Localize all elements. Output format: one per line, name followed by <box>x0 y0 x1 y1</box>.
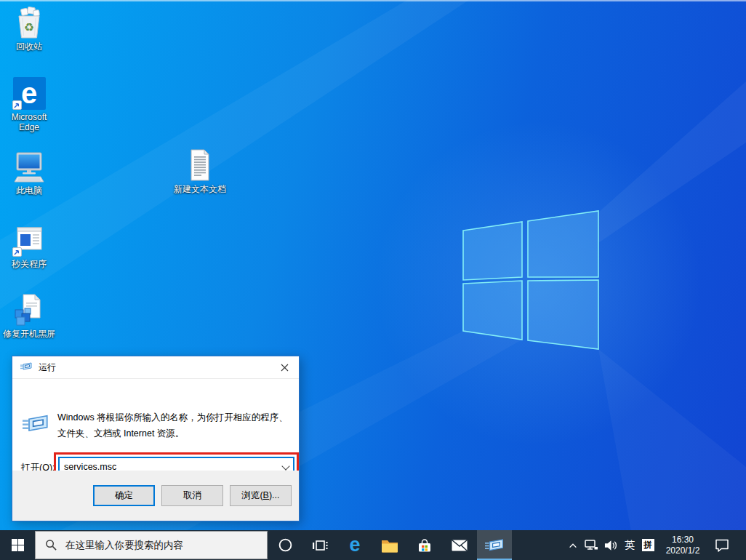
desktop-icon-microsoft-edge[interactable]: e Microsoft Edge <box>1 76 57 132</box>
desktop: ♻ 回收站 e Microsoft Edge <box>0 0 746 560</box>
shortcut-arrow-icon <box>12 100 22 110</box>
cancel-button[interactable]: 取消 <box>161 485 223 506</box>
run-dialog-body: Windows 将根据你所输入的名称，为你打开相应的程序、 文件夹、文档或 In… <box>12 379 299 468</box>
run-dialog-icon <box>20 361 32 375</box>
volume-button[interactable] <box>601 530 621 560</box>
microsoft-store-icon <box>417 537 433 553</box>
close-icon[interactable] <box>270 356 299 378</box>
desktop-icon-label: 新建文本文档 <box>174 184 226 194</box>
svg-text:♻: ♻ <box>24 21 34 33</box>
ethernet-network-icon <box>584 539 598 551</box>
search-input[interactable] <box>65 540 254 551</box>
run-icon <box>485 536 504 555</box>
desktop-icon-quick-close-app[interactable]: 秒关程序 <box>1 223 57 269</box>
browse-button[interactable]: 浏览(B)... <box>230 485 292 506</box>
action-center-button[interactable] <box>708 530 736 560</box>
clock[interactable]: 16:30 2020/1/2 <box>657 535 708 556</box>
desktop-icon-label: 秒关程序 <box>12 259 47 269</box>
wallpaper-glow <box>349 102 727 465</box>
this-pc-icon <box>12 149 47 184</box>
start-button[interactable] <box>0 530 35 560</box>
run-dialog-titlebar[interactable]: 运行 <box>12 356 299 379</box>
show-hidden-icons-button[interactable] <box>564 530 582 560</box>
chevron-up-icon <box>568 541 578 550</box>
text-document-icon <box>183 148 217 183</box>
desktop-icon-recycle-bin[interactable]: ♻ 回收站 <box>1 5 57 52</box>
run-dialog: 运行 Windows 将根据你所输入的名称，为你打开相应的程序、 文件夹、文档或… <box>12 356 300 521</box>
desktop-icon-label: 此电脑 <box>16 185 42 196</box>
pinyin-ime-icon: 拼 <box>642 539 654 551</box>
microsoft-edge-icon: e <box>12 76 47 111</box>
desktop-icon-label: Microsoft Edge <box>1 112 57 132</box>
run-dialog-description: Windows 将根据你所输入的名称，为你打开相应的程序、 文件夹、文档或 In… <box>57 409 294 441</box>
screen-top-edge <box>0 0 746 1</box>
search-icon <box>45 539 57 551</box>
clock-time: 16:30 <box>672 535 694 545</box>
taskbar: e <box>0 530 746 560</box>
desktop-icon-fix-boot-black-screen[interactable]: 修复开机黑屏 <box>1 292 57 339</box>
run-dialog-footer: 确定 取消 浏览(B)... <box>12 471 299 521</box>
language-indicator[interactable]: 英 <box>621 530 638 560</box>
registry-file-icon <box>12 292 47 327</box>
network-button[interactable] <box>582 530 601 560</box>
mail-button[interactable] <box>442 530 477 560</box>
task-view-icon <box>311 538 329 553</box>
desktop-icon-label: 修复开机黑屏 <box>3 329 55 339</box>
desktop-icon-label: 回收站 <box>16 41 42 52</box>
speaker-volume-icon <box>604 540 618 551</box>
taskbar-search-box[interactable] <box>35 531 268 559</box>
edge-icon: e <box>349 535 360 555</box>
run-taskbar-button[interactable] <box>477 530 512 560</box>
action-center-icon <box>715 538 729 552</box>
edge-taskbar-button[interactable]: e <box>337 530 372 560</box>
system-tray: 英 拼 16:30 2020/1/2 <box>564 530 746 560</box>
recycle-bin-icon: ♻ <box>12 5 47 40</box>
taskbar-spacer <box>512 530 564 560</box>
desktop-icon-new-text-document[interactable]: 新建文本文档 <box>172 148 228 194</box>
clock-date: 2020/1/2 <box>666 545 700 556</box>
task-view-button[interactable] <box>302 530 337 560</box>
run-dialog-title: 运行 <box>39 361 56 374</box>
quick-close-app-icon <box>12 223 47 257</box>
shortcut-arrow-icon <box>12 247 22 257</box>
cortana-button[interactable] <box>268 530 302 560</box>
ime-indicator[interactable]: 拼 <box>638 530 657 560</box>
file-explorer-button[interactable] <box>372 530 407 560</box>
file-explorer-icon <box>381 538 398 553</box>
windows-start-icon <box>12 539 24 551</box>
cortana-icon <box>278 537 293 553</box>
ok-button[interactable]: 确定 <box>93 485 155 506</box>
desktop-icon-this-pc[interactable]: 此电脑 <box>1 149 57 196</box>
run-icon <box>23 411 49 439</box>
mail-icon <box>452 540 468 551</box>
microsoft-store-button[interactable] <box>407 530 442 560</box>
